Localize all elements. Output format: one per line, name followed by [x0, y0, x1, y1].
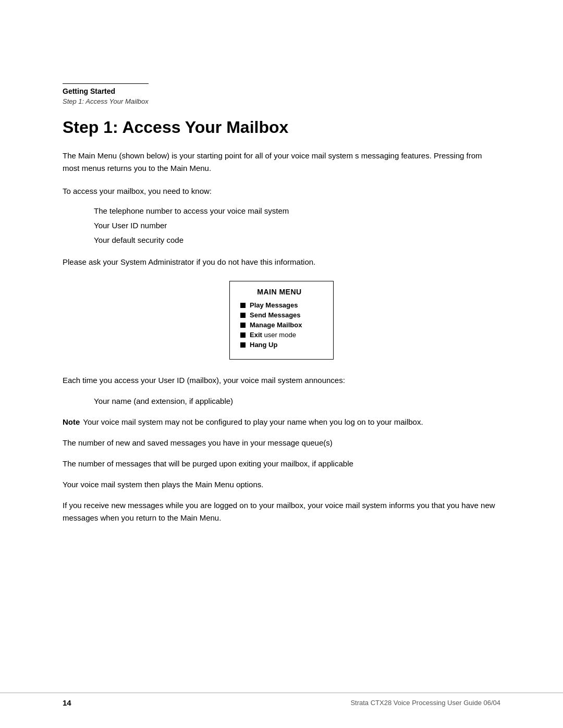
menu-item-play-label: Play Messages	[250, 301, 298, 309]
bullet-list: The telephone number to access your voic…	[94, 205, 500, 246]
new-saved-paragraph: The number of new and saved messages you…	[63, 437, 500, 449]
breadcrumb-sub: Step 1: Access Your Mailbox	[63, 97, 149, 105]
menu-bullet-icon	[240, 342, 246, 348]
menu-item-manage-label: Manage Mailbox	[250, 321, 302, 329]
name-extension-item: Your name (and extension, if applicable)	[94, 395, 500, 408]
page-title: Step 1: Access Your Mailbox	[63, 118, 500, 137]
menu-bullet-icon	[240, 332, 246, 338]
menu-bullet-icon	[240, 303, 246, 308]
menu-box-title: Main Menu	[240, 288, 319, 296]
doc-title: Strata CTX28 Voice Processing User Guide…	[350, 699, 500, 707]
list-item: The telephone number to access your voic…	[94, 205, 500, 217]
menu-item-play: Play Messages	[240, 301, 319, 309]
list-item: Your default security code	[94, 234, 500, 246]
name-extension-text: Your name (and extension, if applicable)	[94, 397, 233, 405]
menu-bullet-icon	[240, 313, 246, 318]
bullet-item-3: Your default security code	[94, 236, 183, 244]
bullet-item-2: Your User ID number	[94, 221, 167, 230]
breadcrumb: Getting Started Step 1: Access Your Mail…	[63, 83, 149, 105]
menu-box: Main Menu Play Messages Send Messages Ma…	[229, 281, 334, 360]
admin-note: Please ask your System Administrator if …	[63, 256, 500, 268]
list-item: Your User ID number	[94, 219, 500, 232]
menu-bullet-icon	[240, 323, 246, 328]
exit-bold: Exit	[250, 331, 262, 339]
note-label: Note	[63, 416, 80, 428]
announces-paragraph: Each time you access your User ID (mailb…	[63, 374, 500, 387]
content-section: The Main Menu (shown below) is your star…	[0, 150, 563, 524]
page-number: 14	[63, 698, 71, 707]
breadcrumb-label: Getting Started	[63, 87, 149, 95]
purged-paragraph: The number of messages that will be purg…	[63, 458, 500, 470]
bullet-item-1: The telephone number to access your voic…	[94, 206, 289, 215]
page-container: Getting Started Step 1: Access Your Mail…	[0, 0, 563, 728]
access-intro: To access your mailbox, you need to know…	[63, 185, 500, 198]
menu-item-exit-label: Exit user mode	[250, 331, 296, 339]
menu-item-hangup: Hang Up	[240, 341, 319, 349]
note-paragraph: Note Your voice mail system may not be c…	[63, 416, 500, 428]
menu-item-send-label: Send Messages	[250, 311, 301, 319]
menu-box-wrapper: Main Menu Play Messages Send Messages Ma…	[63, 281, 500, 360]
menu-item-exit: Exit user mode	[240, 331, 319, 339]
note-text: Your voice mail system may not be config…	[83, 416, 423, 428]
intro-paragraph: The Main Menu (shown below) is your star…	[63, 150, 500, 175]
menu-item-hangup-label: Hang Up	[250, 341, 277, 349]
new-messages-paragraph: If you receive new messages while you ar…	[63, 499, 500, 524]
footer: 14 Strata CTX28 Voice Processing User Gu…	[0, 693, 563, 707]
plays-main-menu-paragraph: Your voice mail system then plays the Ma…	[63, 478, 500, 491]
menu-item-send: Send Messages	[240, 311, 319, 319]
menu-item-manage: Manage Mailbox	[240, 321, 319, 329]
header-section: Getting Started Step 1: Access Your Mail…	[0, 0, 563, 137]
exit-suffix: user mode	[262, 331, 296, 339]
